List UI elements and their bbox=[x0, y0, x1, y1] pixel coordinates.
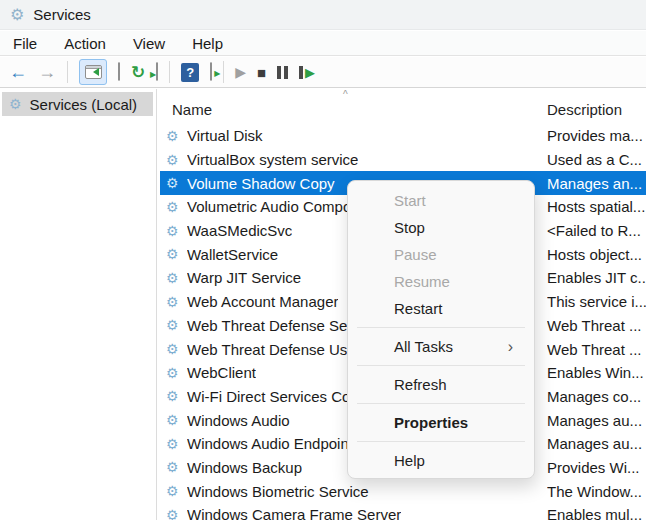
service-gear-icon: ⚙ bbox=[166, 247, 183, 261]
service-name: Web Threat Defense Use bbox=[187, 341, 356, 358]
toolbar-separator bbox=[169, 61, 170, 83]
properties-icon bbox=[118, 62, 120, 81]
properties-toolbar-button[interactable] bbox=[118, 63, 120, 81]
menu-file[interactable]: File bbox=[13, 35, 37, 52]
context-menu-separator bbox=[357, 327, 525, 328]
export-list-button[interactable]: ▶ bbox=[156, 63, 158, 81]
console-tree-panel: ⚙ Services (Local) bbox=[0, 89, 157, 520]
service-description: Web Threat ... bbox=[547, 337, 646, 361]
console-tree-icon bbox=[85, 65, 102, 79]
table-row[interactable]: ⚙ VirtualBox system service Used as a C.… bbox=[160, 148, 646, 172]
stop-service-button[interactable]: ■ bbox=[257, 64, 266, 81]
context-menu-separator bbox=[357, 365, 525, 366]
service-gear-icon: ⚙ bbox=[166, 176, 183, 190]
service-name: Windows Backup bbox=[187, 459, 302, 476]
context-menu-item-resume: Resume bbox=[348, 268, 534, 295]
back-button[interactable]: ← bbox=[9, 63, 27, 81]
services-app-icon: ⚙ bbox=[10, 7, 24, 23]
service-name: Warp JIT Service bbox=[187, 269, 301, 286]
context-menu: Start Stop Pause Resume Restart All Task… bbox=[347, 180, 535, 479]
service-name: Virtual Disk bbox=[187, 127, 263, 144]
table-row[interactable]: ⚙ Windows Camera Frame Server Enables mu… bbox=[160, 503, 646, 520]
context-menu-item-all-tasks[interactable]: All Tasks › bbox=[348, 333, 534, 360]
start-service-icon: ▶ bbox=[235, 64, 246, 80]
service-description: Manages au... bbox=[547, 432, 646, 456]
service-description: Manages an... bbox=[547, 171, 646, 195]
context-menu-separator bbox=[357, 403, 525, 404]
service-gear-icon: ⚙ bbox=[166, 342, 183, 356]
service-description: Enables mul... bbox=[547, 503, 646, 520]
service-gear-icon: ⚙ bbox=[166, 153, 183, 167]
toolbar: ← → ↻ ▶ ? ▶ ▶ ■ ▶ bbox=[0, 57, 646, 88]
menu-view[interactable]: View bbox=[133, 35, 165, 52]
toolbar-separator bbox=[223, 61, 224, 83]
service-gear-icon: ⚙ bbox=[166, 389, 183, 403]
submenu-chevron-icon: › bbox=[508, 338, 513, 356]
stop-service-icon: ■ bbox=[257, 64, 266, 81]
service-description: Hosts spatial... bbox=[547, 195, 646, 219]
context-menu-separator bbox=[357, 441, 525, 442]
refresh-icon: ↻ bbox=[131, 63, 145, 82]
restart-service-button[interactable]: ▶ bbox=[299, 65, 315, 80]
menu-action[interactable]: Action bbox=[64, 35, 106, 52]
menu-bar: File Action View Help bbox=[0, 31, 646, 56]
context-menu-item-start: Start bbox=[348, 187, 534, 214]
context-menu-item-pause: Pause bbox=[348, 241, 534, 268]
service-gear-icon: ⚙ bbox=[166, 295, 183, 309]
title-bar: ⚙ Services bbox=[0, 0, 646, 30]
column-header-name[interactable]: Name bbox=[172, 101, 212, 118]
refresh-toolbar-button[interactable]: ↻ bbox=[131, 64, 145, 81]
service-name: Windows Camera Frame Server bbox=[187, 506, 401, 520]
service-gear-icon: ⚙ bbox=[166, 413, 183, 427]
list-header: ^ Name Description bbox=[160, 89, 646, 124]
sidebar-item-label: Services (Local) bbox=[30, 96, 138, 113]
service-name: WalletService bbox=[187, 246, 278, 263]
service-gear-icon: ⚙ bbox=[166, 271, 183, 285]
service-name: Web Account Manager bbox=[187, 293, 338, 310]
service-gear-icon: ⚙ bbox=[166, 460, 183, 474]
start-service-button[interactable]: ▶ bbox=[235, 64, 246, 80]
sidebar-item-services-local[interactable]: ⚙ Services (Local) bbox=[2, 92, 153, 116]
toolbar-separator bbox=[67, 61, 68, 83]
service-name: Windows Audio bbox=[187, 412, 290, 429]
forward-button[interactable]: → bbox=[38, 63, 56, 81]
context-menu-item-restart[interactable]: Restart bbox=[348, 295, 534, 322]
show-console-tree-button[interactable] bbox=[79, 59, 107, 85]
service-description: Hosts object... bbox=[547, 242, 646, 266]
table-row[interactable]: ⚙ Windows Biometric Service The Window..… bbox=[160, 479, 646, 503]
service-description: Used as a C... bbox=[547, 148, 646, 172]
service-name: Windows Audio Endpoin bbox=[187, 435, 349, 452]
table-row[interactable]: ⚙ Virtual Disk Provides ma... bbox=[160, 124, 646, 148]
context-menu-item-properties[interactable]: Properties bbox=[348, 409, 534, 436]
service-name: WebClient bbox=[187, 364, 256, 381]
service-gear-icon: ⚙ bbox=[166, 200, 183, 214]
service-gear-icon: ⚙ bbox=[166, 508, 183, 520]
context-menu-item-stop[interactable]: Stop bbox=[348, 214, 534, 241]
service-name: VirtualBox system service bbox=[187, 151, 358, 168]
service-description: Web Threat ... bbox=[547, 314, 646, 338]
services-node-gear-icon: ⚙ bbox=[9, 97, 22, 111]
context-menu-item-help[interactable]: Help bbox=[348, 447, 534, 474]
service-gear-icon: ⚙ bbox=[166, 224, 183, 238]
service-gear-icon: ⚙ bbox=[166, 318, 183, 332]
help-toolbar-button[interactable]: ? bbox=[181, 63, 199, 82]
service-description: Enables Win... bbox=[547, 361, 646, 385]
menu-help[interactable]: Help bbox=[192, 35, 223, 52]
pause-service-button[interactable] bbox=[277, 66, 288, 79]
context-menu-item-refresh[interactable]: Refresh bbox=[348, 371, 534, 398]
service-description: Manages co... bbox=[547, 385, 646, 409]
service-gear-icon: ⚙ bbox=[166, 129, 183, 143]
column-header-description[interactable]: Description bbox=[547, 101, 622, 118]
service-gear-icon: ⚙ bbox=[166, 366, 183, 380]
service-description: Manages au... bbox=[547, 408, 646, 432]
forward-arrow-icon: → bbox=[38, 62, 56, 82]
service-description: The Window... bbox=[547, 479, 646, 503]
service-description: Enables JIT c... bbox=[547, 266, 646, 290]
service-name: Web Threat Defense Serv bbox=[187, 317, 360, 334]
service-name: Windows Biometric Service bbox=[187, 483, 369, 500]
service-gear-icon: ⚙ bbox=[166, 484, 183, 498]
restart-service-icon bbox=[299, 66, 303, 79]
service-name: Wi-Fi Direct Services Con bbox=[187, 388, 359, 405]
export-list-icon: ▶ bbox=[156, 62, 158, 81]
action-pane-button[interactable]: ▶ bbox=[210, 63, 212, 81]
